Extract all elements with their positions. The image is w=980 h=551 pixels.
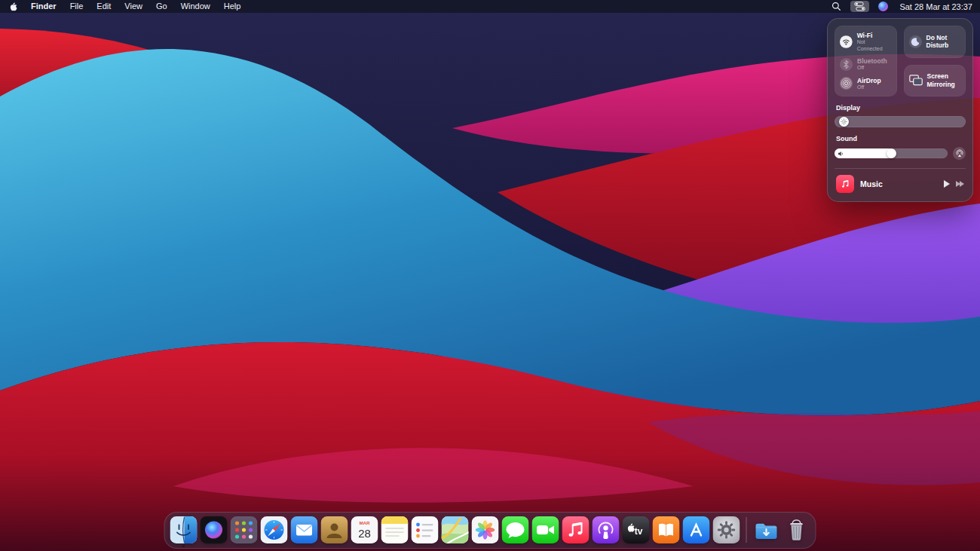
- dock-item-books[interactable]: [653, 516, 680, 543]
- apple-logo-icon: [9, 2, 18, 12]
- play-button[interactable]: [944, 180, 950, 188]
- music-label: Music: [860, 179, 938, 188]
- notes-app-icon: [381, 516, 409, 543]
- siri-button[interactable]: [874, 1, 892, 12]
- sound-slider-knob[interactable]: [887, 148, 896, 158]
- apple-menu[interactable]: [8, 2, 24, 12]
- safari-app-icon: [261, 516, 288, 543]
- launchpad-app-icon: [231, 516, 258, 543]
- music-note-icon: [840, 179, 850, 189]
- fast-forward-button[interactable]: [956, 181, 964, 187]
- downloads-app-icon: [753, 516, 780, 543]
- dock-item-facetime[interactable]: [532, 516, 559, 543]
- dnd-toggle[interactable]: Do Not Disturb: [904, 26, 966, 58]
- control-center-panel: Wi-Fi Not Connected Bluetooth Off AirDro…: [827, 18, 973, 202]
- display-slider-knob[interactable]: [839, 117, 849, 127]
- facetime-app-icon: [532, 516, 559, 543]
- tv-app-icon: tv: [623, 516, 650, 543]
- moon-icon: [909, 35, 922, 48]
- sound-section-label: Sound: [836, 135, 964, 142]
- dock-item-tv[interactable]: tv: [623, 516, 650, 543]
- spotlight-button[interactable]: [828, 1, 845, 12]
- dock: MAR28tv: [164, 512, 816, 549]
- screen-mirroring-icon: [909, 75, 923, 86]
- maps-app-icon: [442, 516, 469, 543]
- airdrop-icon: [840, 77, 853, 90]
- airdrop-toggle[interactable]: AirDrop Off: [840, 77, 892, 91]
- cc-right-column: Do Not Disturb Screen Mirroring: [904, 26, 966, 96]
- dock-item-finder[interactable]: [170, 516, 198, 543]
- control-center-button[interactable]: [850, 1, 869, 12]
- dock-item-maps[interactable]: [442, 516, 469, 543]
- svg-text:tv: tv: [635, 526, 643, 537]
- connectivity-tile: Wi-Fi Not Connected Bluetooth Off AirDro…: [835, 26, 897, 96]
- music-app-icon: [836, 175, 854, 193]
- airplay-audio-button[interactable]: [953, 147, 966, 160]
- appstore-app-icon: [683, 516, 710, 543]
- finder-app-icon: [170, 516, 198, 543]
- airdrop-status: Off: [857, 84, 881, 90]
- books-app-icon: [653, 516, 680, 543]
- airdrop-label: AirDrop: [857, 77, 881, 84]
- messages-app-icon: [502, 516, 529, 543]
- siri-icon: [878, 2, 888, 11]
- dock-item-sysprefs[interactable]: [713, 516, 740, 543]
- music-widget: Music: [835, 168, 966, 194]
- menu-help[interactable]: Help: [217, 0, 248, 13]
- dock-separator: [746, 517, 747, 543]
- sound-row: [835, 147, 966, 160]
- brightness-sun-icon: [841, 118, 847, 125]
- running-indicator: [182, 545, 185, 547]
- search-icon: [831, 2, 841, 11]
- dock-item-mail[interactable]: [291, 516, 318, 543]
- sound-slider[interactable]: [835, 148, 948, 158]
- dock-item-appstore[interactable]: [683, 516, 710, 543]
- dock-item-downloads[interactable]: [753, 516, 780, 543]
- wifi-text: Wi-Fi Not Connected: [857, 32, 892, 52]
- bluetooth-toggle[interactable]: Bluetooth Off: [840, 57, 892, 72]
- dock-item-music[interactable]: [562, 516, 590, 543]
- menu-window[interactable]: Window: [174, 0, 217, 13]
- wifi-toggle[interactable]: Wi-Fi Not Connected: [840, 32, 892, 52]
- screen-mirroring-label: Screen Mirroring: [927, 72, 961, 88]
- wifi-status: Not Connected: [857, 39, 892, 52]
- contacts-app-icon: [321, 516, 348, 543]
- menubar-menus: FinderFileEditViewGoWindowHelp: [24, 0, 247, 13]
- wifi-label: Wi-Fi: [857, 32, 892, 39]
- svg-text:MAR: MAR: [359, 520, 370, 525]
- dock-item-photos[interactable]: [472, 516, 499, 543]
- dock-item-calendar[interactable]: MAR28: [351, 516, 378, 543]
- airplay-audio-icon: [954, 148, 965, 159]
- menu-finder[interactable]: Finder: [24, 0, 63, 13]
- screen-mirroring-button[interactable]: Screen Mirroring: [904, 65, 966, 97]
- podcasts-app-icon: [593, 516, 620, 543]
- dock-item-notes[interactable]: [381, 516, 409, 543]
- trash-app-icon: [783, 516, 810, 543]
- calendar-app-icon: MAR28: [351, 516, 378, 543]
- menu-edit[interactable]: Edit: [90, 0, 118, 13]
- svg-text:28: 28: [358, 527, 371, 540]
- display-slider[interactable]: [835, 116, 966, 127]
- dock-item-trash[interactable]: [783, 516, 810, 543]
- menu-go[interactable]: Go: [149, 0, 174, 13]
- dock-item-launchpad[interactable]: [231, 516, 258, 543]
- menubar-right: Sat 28 Mar at 23:37: [828, 1, 972, 12]
- menubar-clock[interactable]: Sat 28 Mar at 23:37: [897, 2, 972, 11]
- menu-file[interactable]: File: [63, 0, 90, 13]
- dock-item-podcasts[interactable]: [593, 516, 620, 543]
- bluetooth-label: Bluetooth: [857, 57, 887, 65]
- dock-item-messages[interactable]: [502, 516, 529, 543]
- dock-item-safari[interactable]: [261, 516, 288, 543]
- cc-top-grid: Wi-Fi Not Connected Bluetooth Off AirDro…: [835, 26, 966, 96]
- dock-item-siri[interactable]: [201, 516, 228, 543]
- airdrop-text: AirDrop Off: [857, 77, 881, 91]
- speaker-icon: [838, 151, 845, 157]
- siri-app-icon: [201, 516, 228, 543]
- dock-item-contacts[interactable]: [321, 516, 348, 543]
- dock-item-reminders[interactable]: [412, 516, 439, 543]
- bluetooth-status: Off: [857, 65, 887, 71]
- bluetooth-text: Bluetooth Off: [857, 57, 887, 72]
- menu-view[interactable]: View: [118, 0, 149, 13]
- menubar-left: FinderFileEditViewGoWindowHelp: [8, 0, 247, 13]
- music-app-icon: [562, 516, 590, 543]
